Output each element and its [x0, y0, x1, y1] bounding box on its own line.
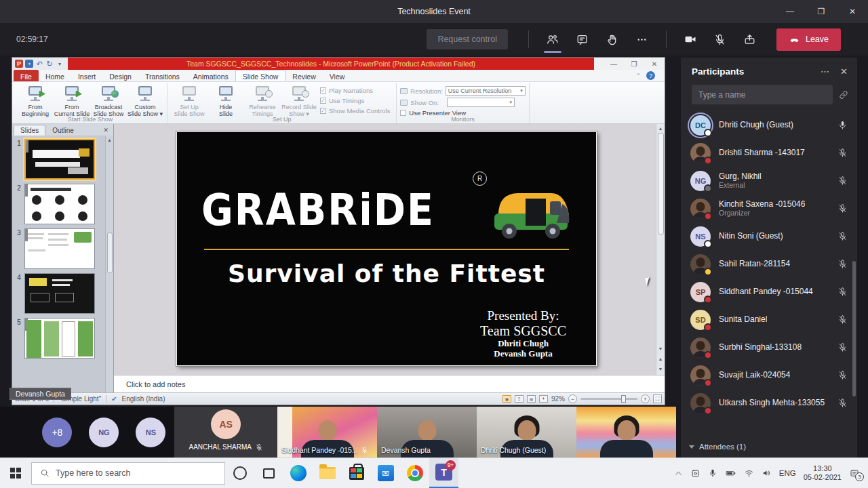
mic-status-icon[interactable] [837, 148, 848, 158]
video-tile[interactable]: Siddhant Pandey -015... [277, 407, 377, 458]
ribbon-tab[interactable]: Animations [186, 70, 235, 81]
slideshow-view-icon[interactable]: ⏵ [539, 395, 548, 403]
audio-participant-tile[interactable]: AS AANCHAL SHARMA [174, 407, 277, 458]
ppt-minimize-icon[interactable]: — [604, 58, 624, 69]
ppt-close-icon[interactable]: ✕ [644, 58, 665, 69]
tray-expand-icon[interactable] [674, 469, 683, 478]
ribbon-tab[interactable]: Slide Show [235, 70, 286, 81]
participant-row[interactable]: DC Dhriti Chugh (Guest) [681, 111, 857, 139]
slide-thumbnail[interactable]: 5 [14, 318, 104, 359]
request-control-button[interactable]: Request control [427, 29, 508, 49]
teams-taskbar-button[interactable]: T 9+ [429, 458, 458, 488]
language-indicator[interactable]: ENG [779, 469, 796, 477]
ribbon-tab[interactable]: Design [102, 70, 138, 81]
start-button[interactable] [0, 458, 31, 488]
slide-thumbnail[interactable]: 3 [14, 228, 104, 269]
ribbon-checkbox[interactable]: Show Media Controls [320, 107, 390, 115]
minimize-icon[interactable]: — [774, 0, 806, 23]
mic-status-icon[interactable] [837, 231, 848, 241]
reading-view-icon[interactable]: ▤ [527, 395, 536, 403]
wifi-icon[interactable] [744, 468, 754, 478]
video-tile[interactable]: Dhriti Chugh (Guest) [477, 407, 576, 458]
mic-status-icon[interactable] [837, 176, 848, 186]
mic-status-icon[interactable] [837, 342, 848, 352]
slide-thumbnail[interactable]: 4 [14, 273, 104, 314]
mic-status-icon[interactable] [837, 120, 848, 130]
participant-bubble[interactable]: NS [136, 418, 165, 447]
notes-area[interactable]: Click to add notes [114, 375, 665, 392]
participant-row[interactable]: Suvajit Laik-024054 [681, 361, 857, 389]
redo-icon[interactable]: ↻ [45, 60, 54, 68]
participant-row[interactable]: NG Gurg, Nikhil External [681, 167, 857, 195]
chat-button[interactable] [570, 28, 595, 50]
outline-tab[interactable]: Outline [45, 125, 81, 136]
edge-button[interactable] [283, 458, 313, 488]
overflow-participants-badge[interactable]: +8 [42, 418, 72, 447]
ribbon-tab[interactable]: Insert [71, 70, 102, 81]
ribbon-button[interactable]: Set UpSlide Show [171, 84, 208, 117]
ribbon-button[interactable]: BroadcastSlide Show [90, 84, 127, 117]
ribbon-tab[interactable]: View [323, 70, 352, 81]
participants-button[interactable] [540, 28, 566, 50]
speaker-icon[interactable] [762, 468, 772, 478]
participant-search-input[interactable] [692, 85, 833, 104]
participant-row[interactable]: SP Siddhant Pandey -015044 [681, 278, 857, 306]
show-on-select[interactable]: ▾ [447, 98, 515, 107]
participant-row[interactable]: Sahil Ratan-281154 [681, 250, 857, 278]
participant-row[interactable]: SD Sunita Daniel [681, 306, 857, 333]
ribbon-button[interactable]: FromCurrent Slide [54, 84, 90, 117]
participant-row[interactable]: Utkarsh Singh Mehta-133055 [681, 389, 857, 417]
ribbon-checkbox[interactable]: Play Narrations [320, 87, 390, 94]
tray-app-icon[interactable] [690, 468, 701, 479]
ribbon-button[interactable]: Record SlideShow ▾ [281, 84, 317, 117]
slides-tab[interactable]: Slides [14, 125, 45, 136]
ribbon-button[interactable]: RehearseTimings [244, 84, 281, 117]
zoom-out-button[interactable]: − [568, 394, 577, 403]
save-icon[interactable]: ▪ [25, 60, 33, 68]
undo-icon[interactable]: ↶ [35, 60, 43, 68]
zoom-in-button[interactable]: + [641, 394, 650, 403]
fit-to-window-icon[interactable]: ⛶ [653, 394, 662, 403]
file-explorer-button[interactable] [313, 458, 342, 488]
share-button[interactable] [737, 28, 763, 50]
taskbar-search[interactable]: Type here to search [31, 462, 225, 485]
mail-button[interactable]: ✉ [371, 458, 400, 488]
ribbon-tab[interactable]: Review [285, 70, 322, 81]
video-tile[interactable] [576, 407, 676, 458]
slide-editor[interactable]: GRABRiDE R Survival of the Fitte [176, 131, 597, 366]
chrome-button[interactable] [400, 458, 429, 488]
zoom-slider[interactable] [580, 398, 637, 400]
tray-mic-icon[interactable] [708, 468, 717, 478]
slide-thumbnail[interactable]: 1 [14, 139, 104, 180]
normal-view-icon[interactable]: ▣ [502, 395, 511, 403]
cortana-button[interactable] [225, 458, 254, 488]
participant-row[interactable]: Drishti Sharma -143017 [681, 139, 857, 167]
video-tile[interactable]: Devansh Gupta [377, 407, 477, 458]
collapse-ribbon-icon[interactable]: ⌃ [635, 73, 641, 79]
battery-icon[interactable] [725, 468, 736, 478]
qat-dropdown-icon[interactable]: ▾ [56, 60, 64, 68]
ribbon-tab[interactable]: Transitions [138, 70, 186, 81]
ribbon-tab[interactable]: File [14, 70, 39, 81]
participant-row[interactable]: Surbhi Singhal-133108 [681, 333, 857, 361]
clock[interactable]: 13:30 05-02-2021 [804, 464, 842, 482]
task-view-button[interactable] [254, 458, 283, 488]
mic-status-icon[interactable] [837, 370, 848, 380]
pane-scrollbar[interactable]: ▲ [105, 136, 113, 392]
more-options-button[interactable] [629, 28, 655, 50]
panel-close-icon[interactable]: ✕ [840, 66, 848, 77]
resolution-select[interactable]: Use Current Resolution▾ [446, 86, 526, 96]
mic-status-icon[interactable] [837, 203, 848, 214]
ribbon-button[interactable]: HideSlide [208, 84, 244, 117]
action-center-button[interactable]: 3 [849, 468, 860, 479]
sorter-view-icon[interactable]: ⠿ [515, 395, 524, 403]
participant-row[interactable]: NS Nitin Soni (Guest) [681, 222, 857, 250]
mic-status-icon[interactable] [837, 259, 848, 269]
pane-close-icon[interactable]: ✕ [100, 125, 112, 136]
attendees-section-toggle[interactable]: Attendees (1) [681, 437, 857, 458]
mic-status-icon[interactable] [837, 398, 848, 408]
mic-button[interactable] [707, 28, 733, 50]
language-status[interactable]: English (India) [122, 395, 165, 403]
leave-button[interactable]: Leave [776, 28, 841, 51]
ribbon-button[interactable]: CustomSlide Show ▾ [127, 84, 163, 117]
